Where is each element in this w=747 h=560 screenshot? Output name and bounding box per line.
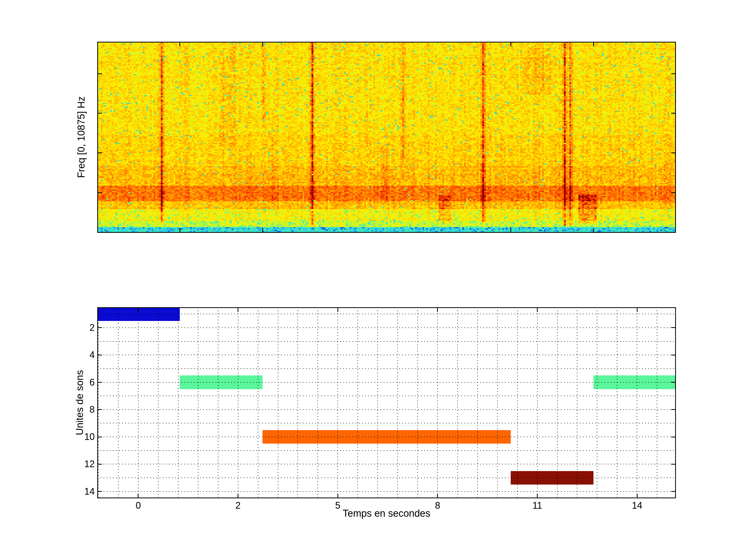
matlab-figure: Freq [0, 10875] Hz Unites de sons Temps … [0, 0, 747, 560]
y-axis-tick-right [671, 355, 676, 355]
grid-line-horizontal [97, 355, 676, 355]
grid-line-vertical [557, 307, 558, 498]
grid-line-vertical [378, 307, 378, 498]
y-axis-tick-right [671, 409, 676, 410]
y-axis-tick-right [671, 491, 676, 492]
grid-line-vertical [397, 307, 398, 498]
grid-line-horizontal [97, 327, 676, 328]
grid-line-vertical [417, 307, 418, 498]
y-axis-tick [97, 409, 102, 410]
y-tick-label: 6 [71, 377, 95, 388]
timeline-axes-frame [97, 307, 676, 498]
grid-line-vertical [637, 307, 637, 498]
grid-line-horizontal [97, 396, 676, 396]
spectrogram-x-tick [593, 228, 594, 233]
spectrogram-x-tick [262, 228, 263, 233]
y-axis-tick-right [671, 327, 676, 328]
spectrogram-y-tick [97, 113, 102, 113]
grid-line-vertical [497, 307, 498, 498]
x-axis-tick [238, 494, 238, 498]
spectrogram-y-tick-right [671, 153, 676, 153]
y-axis-tick [97, 382, 102, 383]
grid-line-vertical [437, 307, 438, 498]
x-tick-label: 0 [120, 500, 156, 511]
grid-line-horizontal [97, 478, 676, 478]
spectrogram-x-tick-top [179, 42, 180, 46]
spectrogram-x-tick-top [511, 42, 511, 46]
grid-line-horizontal [97, 423, 676, 423]
x-tick-label: 5 [319, 500, 356, 511]
x-tick-label: 11 [519, 500, 556, 511]
grid-line-horizontal [97, 491, 676, 492]
spectrogram-x-tick-top [262, 42, 263, 46]
spectrogram-x-tick [511, 228, 511, 233]
grid-line-horizontal [97, 382, 676, 383]
x-axis-tick [537, 494, 538, 498]
y-axis-tick [97, 464, 102, 464]
grid-line-vertical [278, 307, 278, 498]
grid-line-vertical [457, 307, 458, 498]
y-axis-tick-right [671, 464, 676, 464]
grid-line-vertical [537, 307, 538, 498]
x-axis-tick-top [637, 307, 638, 312]
grid-line-horizontal [97, 464, 676, 464]
grid-line-vertical [158, 307, 158, 498]
y-axis-tick [97, 436, 102, 437]
spectrogram-ylabel: Freq [0, 10875] Hz [76, 97, 87, 178]
grid-line-vertical [357, 307, 358, 498]
y-tick-label: 14 [71, 486, 95, 497]
x-axis-tick [337, 494, 338, 498]
spectrogram-y-tick [97, 153, 102, 153]
y-tick-label: 8 [71, 404, 95, 415]
y-tick-label: 12 [71, 459, 95, 469]
grid-line-vertical [298, 307, 298, 498]
spectrogram-x-tick-top [593, 42, 594, 46]
spectrogram-y-tick-right [671, 73, 676, 74]
x-axis-tick-top [138, 307, 138, 312]
x-axis-tick-top [238, 307, 238, 312]
y-axis-tick [97, 327, 102, 328]
grid-line-horizontal [97, 436, 676, 437]
y-axis-tick-right [671, 382, 676, 383]
y-axis-tick [97, 491, 102, 492]
grid-line-vertical [258, 307, 258, 498]
x-axis-tick [138, 494, 138, 498]
grid-line-horizontal [97, 409, 676, 410]
grid-line-vertical [138, 307, 138, 498]
spectrogram-y-tick [97, 73, 102, 74]
grid-line-vertical [118, 307, 119, 498]
spectrogram-x-tick [179, 228, 180, 233]
grid-line-vertical [657, 307, 657, 498]
y-axis-tick-right [671, 436, 676, 437]
x-axis-tick-top [337, 307, 338, 312]
spectrogram-y-tick-right [671, 192, 676, 193]
spectrogram-y-tick-right [671, 113, 676, 113]
y-tick-label: 10 [71, 432, 95, 442]
x-tick-label: 14 [619, 500, 655, 511]
y-axis-tick [97, 355, 102, 355]
grid-line-vertical [198, 307, 199, 498]
y-tick-label: 2 [71, 322, 95, 333]
grid-line-vertical [178, 307, 178, 498]
x-tick-label: 2 [220, 500, 256, 511]
grid-line-vertical [317, 307, 318, 498]
x-axis-tick [637, 494, 638, 498]
spectrogram-image [97, 42, 676, 233]
x-axis-tick-top [437, 307, 438, 312]
grid-line-horizontal [97, 368, 676, 369]
grid-line-horizontal [97, 314, 676, 314]
grid-line-vertical [238, 307, 238, 498]
grid-line-vertical [337, 307, 338, 498]
spectrogram-plot [97, 42, 676, 233]
grid-line-vertical [477, 307, 478, 498]
grid-line-vertical [617, 307, 617, 498]
spectrogram-y-tick [97, 192, 102, 193]
grid-line-horizontal [97, 341, 676, 342]
x-axis-tick-top [537, 307, 538, 312]
grid-line-vertical [218, 307, 218, 498]
grid-line-vertical [517, 307, 518, 498]
grid-line-vertical [98, 307, 99, 498]
grid-line-vertical [577, 307, 577, 498]
grid-line-vertical [597, 307, 597, 498]
units-timeline-plot [97, 307, 676, 498]
